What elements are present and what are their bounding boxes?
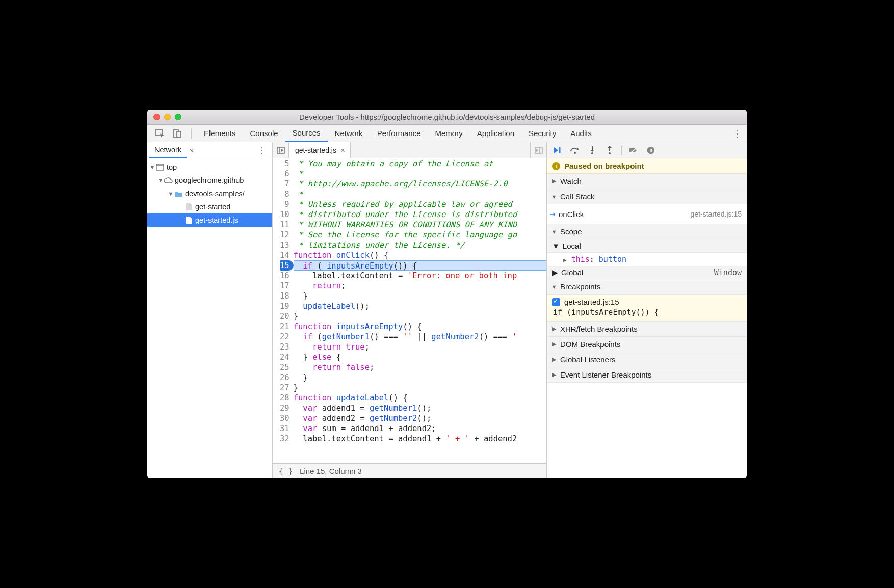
main-toolbar: Elements Console Sources Network Perform…	[147, 125, 747, 142]
tree-folder[interactable]: ▼ devtools-samples/	[147, 187, 272, 200]
file-icon	[184, 202, 193, 211]
toggle-navigator-icon[interactable]	[273, 142, 289, 158]
separator	[191, 128, 192, 139]
expand-tabs-icon[interactable]: »	[190, 146, 194, 154]
tree-label: top	[167, 163, 177, 171]
main-area: Network » ⋮ ▼ top ▼ googlechrome.github …	[147, 142, 747, 478]
svg-rect-2	[177, 131, 181, 137]
scope-this[interactable]: ▶ this: button	[547, 253, 747, 266]
callstack-body: ➔ onClick get-started.js:15	[547, 204, 747, 224]
tree-label: googlechrome.github	[175, 176, 244, 184]
debugger-sections: ▶Watch ▼Call Stack ➔ onClick get-started…	[547, 174, 747, 478]
navigator-pane: Network » ⋮ ▼ top ▼ googlechrome.github …	[147, 142, 273, 478]
section-scope[interactable]: ▼Scope	[547, 224, 747, 239]
tab-console[interactable]: Console	[243, 125, 285, 142]
tab-performance[interactable]: Performance	[370, 125, 428, 142]
editor-statusbar: { } Line 15, Column 3	[273, 463, 546, 478]
line-gutter: 5678910111213141516171819202122232425262…	[273, 158, 294, 463]
tree-file-html[interactable]: get-started	[147, 200, 272, 213]
breakpoint-checkbox[interactable]	[552, 298, 560, 306]
editor-pane: get-started.js × 56789101112131415161718…	[273, 142, 547, 478]
window-controls	[147, 114, 181, 120]
section-breakpoints[interactable]: ▼Breakpoints	[547, 279, 747, 295]
svg-rect-3	[156, 164, 164, 170]
cloud-icon	[164, 176, 173, 185]
tab-network[interactable]: Network	[328, 125, 370, 142]
pretty-print-icon[interactable]: { }	[279, 467, 293, 476]
debugger-toolbar	[547, 142, 747, 158]
tab-application[interactable]: Application	[470, 125, 521, 142]
scope-body: ▼Local ▶ this: button ▶Global Window	[547, 239, 747, 279]
current-frame-icon: ➔	[550, 210, 556, 218]
svg-rect-16	[650, 149, 651, 152]
titlebar: Developer Tools - https://googlechrome.g…	[147, 110, 747, 125]
tree-frame-top[interactable]: ▼ top	[147, 161, 272, 174]
breakpoint-label: get-started.js:15	[564, 298, 619, 306]
tab-security[interactable]: Security	[521, 125, 563, 142]
tab-sources[interactable]: Sources	[285, 125, 328, 142]
step-over-icon[interactable]	[569, 145, 581, 156]
section-dom-breakpoints[interactable]: ▶DOM Breakpoints	[547, 337, 747, 352]
frame-icon	[155, 163, 165, 172]
step-out-icon[interactable]	[604, 145, 615, 156]
devtools-window: Developer Tools - https://googlechrome.g…	[147, 110, 747, 478]
folder-icon	[174, 189, 183, 198]
tab-elements[interactable]: Elements	[197, 125, 243, 142]
tree-label: get-started	[195, 203, 230, 211]
svg-point-14	[609, 152, 611, 154]
step-into-icon[interactable]	[587, 145, 598, 156]
debugger-pane: i Paused on breakpoint ▶Watch ▼Call Stac…	[547, 142, 747, 478]
paused-banner: i Paused on breakpoint	[547, 158, 747, 174]
scope-global[interactable]: ▶Global Window	[547, 266, 747, 279]
paused-message: Paused on breakpoint	[564, 162, 644, 170]
zoom-window-button[interactable]	[175, 114, 181, 120]
pause-on-exceptions-icon[interactable]	[645, 145, 656, 156]
device-toolbar-icon[interactable]	[172, 128, 183, 139]
section-global-listeners[interactable]: ▶Global Listeners	[547, 352, 747, 367]
navigator-tabs: Network » ⋮	[147, 142, 272, 158]
scope-local[interactable]: ▼Local	[547, 239, 747, 253]
tree-label: devtools-samples/	[185, 190, 245, 198]
breakpoint-item[interactable]: get-started.js:15 if (inputsAreEmpty()) …	[547, 295, 747, 322]
section-event-listener-breakpoints[interactable]: ▶Event Listener Breakpoints	[547, 367, 747, 383]
editor-tab-label: get-started.js	[295, 146, 336, 154]
close-tab-icon[interactable]: ×	[340, 146, 345, 154]
tree-file-js[interactable]: get-started.js	[147, 213, 272, 227]
editor-tabstrip: get-started.js ×	[273, 142, 546, 158]
deactivate-breakpoints-icon[interactable]	[628, 145, 639, 156]
breakpoint-code: if (inputsAreEmpty()) {	[552, 306, 742, 317]
tab-audits[interactable]: Audits	[563, 125, 599, 142]
code-area[interactable]: * You may obtain a copy of the License a…	[294, 158, 546, 463]
editor-tab[interactable]: get-started.js ×	[289, 142, 351, 158]
tree-label: get-started.js	[195, 216, 238, 224]
info-icon: i	[552, 162, 560, 170]
toggle-debugger-icon[interactable]	[530, 142, 546, 158]
navigator-tab-network[interactable]: Network	[149, 142, 187, 158]
section-callstack[interactable]: ▼Call Stack	[547, 189, 747, 204]
file-tree: ▼ top ▼ googlechrome.github ▼ devtools-s…	[147, 158, 272, 478]
code-editor[interactable]: 5678910111213141516171819202122232425262…	[273, 158, 546, 463]
svg-rect-17	[651, 149, 652, 152]
navigator-menu-icon[interactable]: ⋮	[256, 145, 267, 156]
scope-global-value: Window	[714, 268, 747, 277]
tree-domain[interactable]: ▼ googlechrome.github	[147, 174, 272, 187]
svg-point-10	[574, 152, 576, 154]
svg-rect-9	[559, 147, 561, 153]
frame-location: get-started.js:15	[691, 210, 742, 218]
file-icon	[184, 216, 193, 225]
settings-menu-icon[interactable]: ⋮	[731, 128, 743, 139]
callstack-frame[interactable]: ➔ onClick get-started.js:15	[547, 206, 747, 222]
minimize-window-button[interactable]	[164, 114, 171, 120]
frame-function: onClick	[559, 210, 584, 219]
inspect-element-icon[interactable]	[154, 128, 166, 139]
window-title: Developer Tools - https://googlechrome.g…	[147, 113, 747, 121]
cursor-position: Line 15, Column 3	[300, 467, 362, 475]
section-xhr-breakpoints[interactable]: ▶XHR/fetch Breakpoints	[547, 322, 747, 337]
resume-icon[interactable]	[552, 145, 563, 156]
tab-memory[interactable]: Memory	[428, 125, 470, 142]
section-watch[interactable]: ▶Watch	[547, 174, 747, 189]
close-window-button[interactable]	[153, 114, 160, 120]
svg-point-12	[591, 152, 593, 154]
